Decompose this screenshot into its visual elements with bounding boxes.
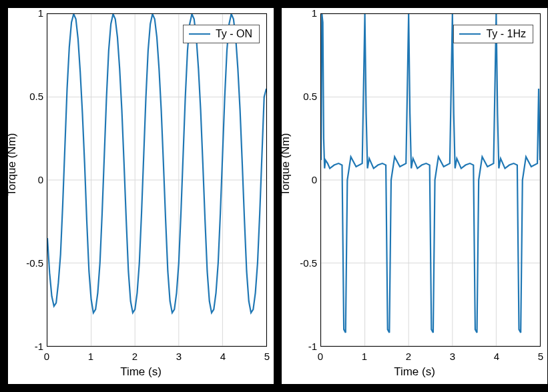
xtick-label: 1 — [351, 351, 378, 362]
series-ty-1hz — [321, 14, 540, 333]
xtick-label: 3 — [439, 351, 466, 362]
plot-svg-left — [47, 14, 266, 346]
legend-right: Ty - 1Hz — [453, 25, 533, 43]
legend-swatch-left — [189, 33, 210, 35]
xtick-label: 2 — [395, 351, 422, 362]
xtick-label: 2 — [121, 351, 148, 362]
chart-panel-left: Ty - ON -1-0.500.51 012345 Time (s) Torq… — [8, 8, 274, 384]
plot-svg-right — [321, 14, 540, 346]
ytick-label: 1 — [284, 7, 317, 19]
ylabel-left: Torque (Nm) — [5, 133, 19, 196]
xtick-label: 5 — [254, 351, 280, 362]
chart-panel-right: Ty - 1Hz -1-0.500.51 012345 Time (s) Tor… — [282, 8, 547, 384]
xtick-label: 1 — [77, 351, 104, 362]
ytick-label: -0.5 — [284, 257, 317, 269]
xtick-label: 4 — [483, 351, 510, 362]
series-ty-on — [47, 14, 266, 313]
ytick-label: 0.5 — [284, 91, 317, 102]
xtick-label: 4 — [210, 351, 236, 362]
xtick-label: 5 — [527, 351, 548, 362]
xtick-label: 0 — [307, 351, 334, 362]
ylabel-right: Torque (Nm) — [279, 133, 292, 196]
legend-label-left: Ty - ON — [216, 28, 252, 40]
xtick-label: 3 — [166, 351, 192, 362]
ytick-label: -0.5 — [10, 257, 43, 269]
ytick-label: 0.5 — [10, 91, 43, 102]
legend-swatch-right — [459, 33, 481, 35]
plot-area-left: Ty - ON — [47, 13, 267, 347]
xlabel-left: Time (s) — [8, 365, 274, 379]
legend-left: Ty - ON — [183, 25, 260, 43]
xlabel-right: Time (s) — [282, 365, 547, 379]
xtick-label: 0 — [33, 351, 60, 362]
ytick-label: 1 — [10, 7, 43, 19]
legend-label-right: Ty - 1Hz — [486, 28, 526, 40]
plot-area-right: Ty - 1Hz — [320, 13, 541, 347]
